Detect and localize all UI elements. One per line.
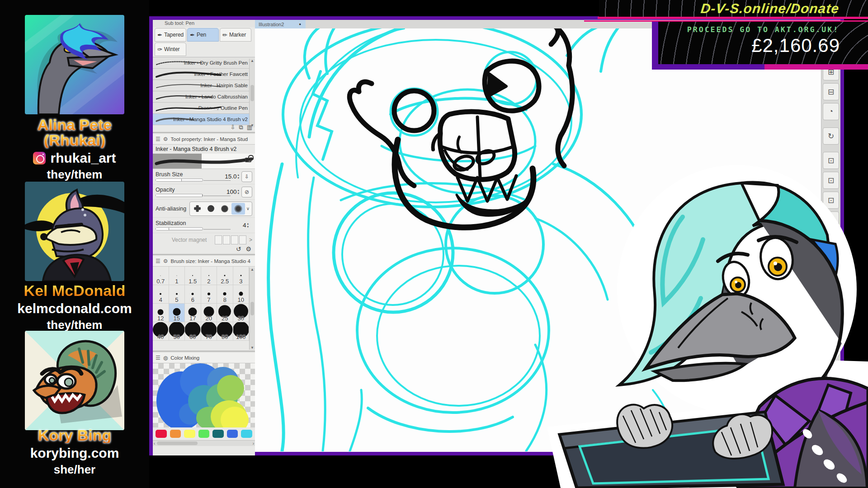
pen-gear-icon: ⚙ xyxy=(163,136,168,142)
tab-marker[interactable]: ✏ Marker xyxy=(220,28,251,42)
scroll-down-icon: ▼ xyxy=(250,346,254,350)
tool-property-footer: ↺ ⚙ xyxy=(236,245,251,253)
size-cell[interactable]: 40 xyxy=(153,322,169,341)
size-cell[interactable]: 6 xyxy=(185,285,201,304)
layer-filter-icon[interactable]: ⊟ xyxy=(823,83,839,100)
subtool-actions: ⇩ ⧉ ▥ xyxy=(231,124,253,131)
brush-list-scrollbar[interactable]: ▲ ▼ xyxy=(249,59,255,127)
size-cell[interactable]: 12 xyxy=(153,304,169,322)
swatch-green[interactable] xyxy=(198,430,210,438)
size-cell[interactable]: 50 xyxy=(169,322,185,341)
size-cell[interactable]: 20 xyxy=(201,304,217,322)
menu-icon[interactable]: ☰ xyxy=(156,136,160,142)
size-cell[interactable]: 7 xyxy=(201,285,217,304)
artist-pronouns: they/them xyxy=(0,318,149,332)
lock-icon[interactable] xyxy=(245,158,251,162)
no-density-button[interactable]: ⊘ xyxy=(241,187,252,197)
scroll-up-icon: ▲ xyxy=(250,267,254,272)
artist-card-kel: Kel McDonald kelmcdonald.com they/them xyxy=(0,182,149,332)
tab-winter[interactable]: ✑ Winter xyxy=(155,42,186,56)
brush-size-panel: ☰ ⚙ Brush size: Inker - Manga Studio 4 0… xyxy=(153,256,255,352)
size-cell[interactable]: 5 xyxy=(169,285,185,304)
size-cell[interactable]: 3 xyxy=(233,267,250,285)
menu-icon[interactable]: ☰ xyxy=(156,355,160,361)
brush-preview-stroke xyxy=(153,154,255,169)
modified-dot-icon: ● xyxy=(299,22,301,26)
size-cell[interactable]: 2 xyxy=(201,267,217,285)
swatch-orange[interactable] xyxy=(170,430,181,438)
spinner[interactable]: ▴▾ xyxy=(237,174,239,179)
document-tab[interactable]: Illustration2 ● xyxy=(255,20,306,28)
spinner[interactable]: ▴▾ xyxy=(247,222,249,228)
scroll-up-icon[interactable]: ▲ xyxy=(250,59,254,63)
swatch-yellow[interactable] xyxy=(184,430,195,438)
swatch-teal[interactable] xyxy=(212,430,224,438)
color-mixing-canvas[interactable] xyxy=(153,363,255,427)
size-cell[interactable]: 2.5 xyxy=(217,267,233,285)
aa-middle-option[interactable] xyxy=(218,203,231,215)
size-cell[interactable]: 60 xyxy=(185,322,201,341)
swatch-cyan[interactable] xyxy=(241,430,252,438)
tab-tapered[interactable]: ✒ Tapered xyxy=(155,28,186,42)
opacity-slider[interactable] xyxy=(156,194,203,197)
size-cell[interactable]: 25 xyxy=(217,304,233,322)
size-cell[interactable]: 8 xyxy=(217,285,233,304)
rotate-view-icon[interactable]: ↻ xyxy=(823,127,839,145)
brush-row[interactable]: Inker - Dry Gritty Brush Pen xyxy=(153,57,255,69)
size-cell[interactable]: 17 xyxy=(185,304,201,322)
brush-row[interactable]: Inker - Hairpin Sable xyxy=(153,80,255,91)
chevron-down-icon[interactable]: ∨ xyxy=(245,206,251,211)
stabilization-label: Stabilization xyxy=(156,220,209,226)
size-cell[interactable]: 80 xyxy=(217,322,233,341)
size-cell[interactable]: 70 xyxy=(201,322,217,341)
brush-preview xyxy=(153,154,255,169)
brush-row[interactable]: Inker - Lando Calbrusshian xyxy=(153,91,255,103)
size-cell[interactable]: 30 xyxy=(233,304,250,322)
size-cell[interactable]: 100 xyxy=(233,322,250,341)
aa-none-option[interactable] xyxy=(191,203,204,215)
chevron-right-icon[interactable]: > xyxy=(249,237,252,243)
pen-nib-icon: ✒ xyxy=(190,32,195,38)
reset-icon[interactable]: ↺ xyxy=(236,245,241,253)
brush-row[interactable]: Inker - Feather Fawcett xyxy=(153,69,255,80)
size-cell[interactable]: 4 xyxy=(153,285,169,304)
size-cell[interactable]: 10 xyxy=(233,285,250,304)
menu-icon[interactable]: ☰ xyxy=(156,258,160,264)
stabilization-slider[interactable] xyxy=(156,227,203,230)
save-preset-button[interactable]: ⇩ xyxy=(241,171,252,182)
aa-strong-option[interactable] xyxy=(231,203,245,215)
balloon-icon[interactable]: ◔ xyxy=(823,103,839,120)
tab-pen[interactable]: ✒ Pen xyxy=(187,28,219,42)
swatch-red[interactable] xyxy=(156,430,167,438)
size-cell[interactable]: 0.7 xyxy=(153,267,169,285)
trash-icon[interactable]: ▥ xyxy=(247,124,252,131)
brush-size-grid: 0.7 1 1.5 2 2.5 3 4 5 6 7 8 10 12 15 17 … xyxy=(153,267,249,341)
scroll-left-icon: ‹ xyxy=(154,441,155,446)
instagram-icon xyxy=(33,152,46,164)
wrench-icon[interactable]: ⚙ xyxy=(245,245,251,253)
spinner[interactable]: ▴▾ xyxy=(237,189,239,195)
duplicate-icon[interactable]: ⧉ xyxy=(239,124,243,131)
brush-size-value[interactable]: 15.0 xyxy=(225,173,236,180)
brush-row[interactable]: Pressure Outline Pen xyxy=(153,103,255,114)
brush-size-scrollbar[interactable]: ▲ ▼ xyxy=(249,267,255,350)
swatch-blue[interactable] xyxy=(227,430,238,438)
color-mixing-scrollbar[interactable]: ‹ › xyxy=(153,440,255,446)
brush-stroke-preview xyxy=(155,92,213,101)
aa-weak-option[interactable] xyxy=(204,203,218,215)
color-mixing-panel: ☰ ◍ Color Mixing xyxy=(153,352,255,455)
artist-name-alt: (Rhukai) xyxy=(0,132,149,148)
size-cell-selected[interactable]: 15 xyxy=(169,304,185,322)
scroll-thumb[interactable] xyxy=(250,85,254,101)
vector-magnet-options[interactable] xyxy=(215,235,246,244)
kel-avatar xyxy=(25,182,124,281)
size-cell[interactable]: 1 xyxy=(169,267,185,285)
stabilization-value[interactable]: 4 xyxy=(243,222,246,229)
opacity-value[interactable]: 100 xyxy=(226,188,237,195)
brush-size-slider[interactable] xyxy=(156,178,203,182)
donation-box-border xyxy=(652,64,868,70)
panel-column: Sub tool: Pen ✒ Tapered ✒ Pen ✏ Marker ✑… xyxy=(153,20,255,452)
size-cell[interactable]: 1.5 xyxy=(185,267,201,285)
import-icon[interactable]: ⇩ xyxy=(231,124,236,131)
anti-aliasing-options: ∨ xyxy=(189,202,252,216)
